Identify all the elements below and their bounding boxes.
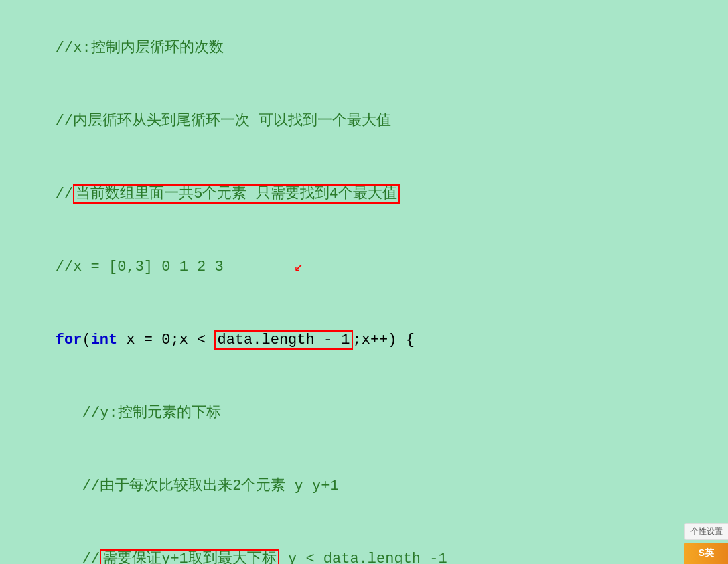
highlight-comment-2: 需要保证y+1取到最大下标: [100, 549, 279, 564]
comment-text: //: [82, 551, 100, 564]
code-line-5: for(int x = 0;x < data.length - 1;x++) {: [20, 304, 708, 377]
comment-text: //y:控制元素的下标: [82, 405, 221, 421]
highlight-length-1: data.length - 1: [214, 330, 352, 350]
comment-text: y < data.length -1: [279, 551, 447, 564]
code-text: (: [82, 332, 90, 348]
comment-text: //x:控制内层循环的次数: [56, 40, 224, 56]
code-line-7: //由于每次比较取出来2个元素 y y+1: [47, 449, 708, 522]
settings-badge[interactable]: 个性设置: [684, 523, 728, 540]
sogou-logo: S英: [684, 543, 728, 564]
comment-text: //由于每次比较取出来2个元素 y y+1: [82, 478, 339, 494]
code-text: ;x++) {: [353, 332, 415, 348]
code-display: //x:控制内层循环的次数 //内层循环从头到尾循环一次 可以找到一个最大值 /…: [0, 0, 728, 564]
code-line-2: //内层循环从头到尾循环一次 可以找到一个最大值: [20, 85, 708, 158]
code-text: x = 0;x <: [117, 332, 214, 348]
comment-text: //: [56, 186, 73, 202]
keyword-for: for: [56, 332, 82, 348]
arrow-indicator: ↙: [294, 259, 303, 275]
code-line-6: //y:控制元素的下标: [47, 376, 708, 449]
code-line-3: //当前数组里面一共5个元素 只需要找到4个最大值: [20, 158, 708, 231]
code-line-8: //需要保证y+1取到最大下标 y < data.length -1: [47, 522, 708, 564]
keyword-int: int: [91, 332, 118, 348]
code-line-1: //x:控制内层循环的次数: [20, 12, 708, 85]
comment-text: //x = [0,3] 0 1 2 3: [56, 259, 294, 275]
highlight-comment-1: 当前数组里面一共5个元素 只需要找到4个最大值: [73, 184, 400, 204]
code-line-4: //x = [0,3] 0 1 2 3 ↙: [20, 231, 708, 304]
comment-text: //内层循环从头到尾循环一次 可以找到一个最大值: [56, 113, 392, 129]
